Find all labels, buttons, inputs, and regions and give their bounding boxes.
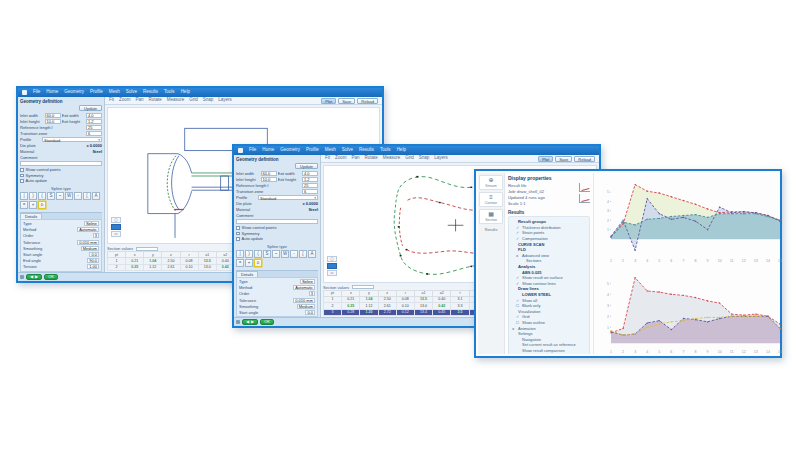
profile-select[interactable]: Standard: [42, 137, 102, 142]
field-input[interactable]: 1.2: [86, 119, 102, 124]
menu-item-geometry[interactable]: Geometry: [280, 148, 300, 153]
spline-type-button[interactable]: [: [299, 250, 307, 258]
spline-type-button[interactable]: +: [29, 201, 37, 209]
chart-bottom[interactable]: 12345678910111213141512345: [599, 266, 777, 356]
profile-select[interactable]: Standard: [258, 195, 318, 200]
spline-type-button[interactable]: (: [38, 192, 46, 200]
spline-type-button[interactable]: o: [38, 201, 46, 209]
redo-button[interactable]: ▶: [251, 319, 254, 325]
spline-type-button[interactable]: =: [236, 259, 244, 267]
update-button[interactable]: Update: [79, 105, 102, 111]
sidebar-item[interactable]: Show result comparison: [511, 348, 587, 354]
detail-value[interactable]: 0.0: [89, 252, 99, 257]
menu-item-help[interactable]: Help: [181, 90, 190, 95]
canvas-tool-measure[interactable]: Measure: [167, 98, 185, 103]
checkbox[interactable]: [20, 174, 24, 178]
menu-item-tools[interactable]: Tools: [164, 90, 175, 95]
detail-value[interactable]: 3: [93, 233, 99, 238]
view-button-top[interactable]: ▢: [327, 256, 337, 262]
field-input[interactable]: 10.0: [45, 119, 61, 124]
spline-type-button[interactable]: S: [263, 250, 271, 258]
detail-value[interactable]: 0.010 mm: [293, 298, 315, 303]
spline-type-button[interactable]: +: [245, 259, 253, 267]
menu-item-results[interactable]: Results: [143, 90, 158, 95]
canvas-tool-zoom[interactable]: Zoom: [119, 98, 131, 103]
menu-item-profile[interactable]: Profile: [306, 148, 319, 153]
canvas-tool-pan[interactable]: Pan: [136, 98, 144, 103]
canvas-tool-grid[interactable]: Grid: [189, 98, 198, 103]
mini-axes-icon[interactable]: [579, 183, 590, 192]
spline-type-button[interactable]: |: [20, 192, 28, 200]
spline-type-button[interactable]: (: [254, 250, 262, 258]
tool-stream[interactable]: ⊕Stream: [479, 175, 503, 190]
chart-top[interactable]: 12345678910111213141512345: [599, 175, 777, 265]
menu-item-mesh[interactable]: Mesh: [325, 148, 336, 153]
canvas-tool-zoom[interactable]: Zoom: [335, 156, 347, 161]
field-input[interactable]: 1.2: [302, 177, 318, 182]
menu-item-home[interactable]: Home: [46, 90, 58, 95]
canvas-tool-layers[interactable]: Layers: [434, 156, 448, 161]
spline-type-button[interactable]: -: [290, 250, 298, 258]
detail-value[interactable]: Medium: [297, 304, 315, 309]
field-input[interactable]: 60.0: [45, 113, 61, 118]
undo-button[interactable]: ◀: [30, 274, 33, 280]
spline-type-button[interactable]: o: [254, 259, 262, 267]
spline-type-button[interactable]: A: [308, 250, 316, 258]
redo-button[interactable]: ▶: [35, 274, 38, 280]
menu-item-solve[interactable]: Solve: [126, 90, 137, 95]
canvas-tool-rotate[interactable]: Rotate: [149, 98, 162, 103]
checkbox[interactable]: [236, 226, 240, 230]
tool-section[interactable]: ▦Section: [479, 209, 503, 224]
canvas-tool-pan[interactable]: Pan: [352, 156, 360, 161]
spline-type-button[interactable]: -: [74, 192, 82, 200]
undo-button[interactable]: ◀: [246, 319, 249, 325]
canvas-tool-snap[interactable]: Snap: [203, 98, 214, 103]
detail-value[interactable]: Automatic: [293, 285, 315, 290]
save-button[interactable]: Save: [338, 98, 355, 104]
plot-button[interactable]: Plot: [321, 98, 336, 104]
tool-contour[interactable]: ≡Contour: [479, 192, 503, 207]
spline-type-button[interactable]: ~: [272, 250, 280, 258]
menu-item-home[interactable]: Home: [262, 148, 274, 153]
checkbox[interactable]: [236, 232, 240, 236]
detail-value[interactable]: 0.010 mm: [77, 240, 99, 245]
canvas-tool-snap[interactable]: Snap: [419, 156, 430, 161]
spline-type-button[interactable]: ): [245, 250, 253, 258]
view-button-bottom[interactable]: ▭: [327, 270, 337, 276]
detail-value[interactable]: Spline: [300, 279, 315, 284]
checkbox[interactable]: [20, 168, 24, 172]
canvas-tool-measure[interactable]: Measure: [383, 156, 401, 161]
detail-value[interactable]: Spline: [84, 221, 99, 226]
title-bar[interactable]: FileHomeGeometryProfileMeshSolveResultsT…: [234, 146, 599, 155]
menu-item-file[interactable]: File: [33, 90, 40, 95]
menu-item-solve[interactable]: Solve: [342, 148, 353, 153]
spline-type-button[interactable]: [: [83, 192, 91, 200]
update-button[interactable]: Update: [295, 163, 318, 169]
spline-type-button[interactable]: ~: [56, 192, 64, 200]
window-results-viewer[interactable]: ⊕Stream≡Contour▦SectionResults Display p…: [474, 169, 782, 358]
menu-item-file[interactable]: File: [249, 148, 256, 153]
menu-item-mesh[interactable]: Mesh: [109, 90, 120, 95]
detail-value[interactable]: Medium: [81, 246, 99, 251]
view-button-top[interactable]: ▢: [111, 217, 121, 223]
comment-input[interactable]: [20, 161, 102, 166]
reload-button[interactable]: Reload: [357, 98, 378, 104]
spline-type-button[interactable]: S: [47, 192, 55, 200]
spline-type-button[interactable]: |: [236, 250, 244, 258]
undo-redo-buttons[interactable]: ◀ ▶: [242, 319, 258, 325]
menu-item-help[interactable]: Help: [397, 148, 406, 153]
menu-item-results[interactable]: Results: [359, 148, 374, 153]
comment-input[interactable]: [236, 219, 318, 224]
field-input[interactable]: 25: [302, 183, 318, 188]
checkbox[interactable]: [20, 179, 24, 183]
detail-value[interactable]: Automatic: [77, 227, 99, 232]
view-button-active[interactable]: [327, 263, 337, 269]
table-filter-dropdown[interactable]: [136, 247, 158, 251]
field-input[interactable]: 4.0: [86, 113, 102, 118]
canvas-tool-rotate[interactable]: Rotate: [365, 156, 378, 161]
undo-redo-buttons[interactable]: ◀ ▶: [26, 274, 42, 280]
title-bar[interactable]: FileHomeGeometryProfileMeshSolveResultsT…: [18, 88, 382, 97]
detail-value[interactable]: 1.00: [87, 264, 99, 269]
spline-type-button[interactable]: =: [20, 201, 28, 209]
sidebar-item[interactable]: Set current result as reference: [511, 342, 587, 348]
